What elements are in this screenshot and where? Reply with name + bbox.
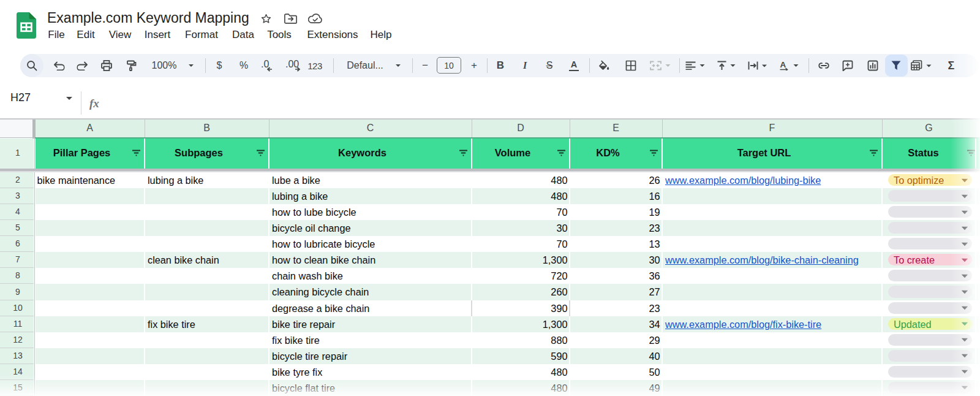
- svg-text:.00: .00: [285, 59, 299, 69]
- svg-text:.0: .0: [261, 59, 269, 69]
- svg-text:A: A: [780, 61, 786, 69]
